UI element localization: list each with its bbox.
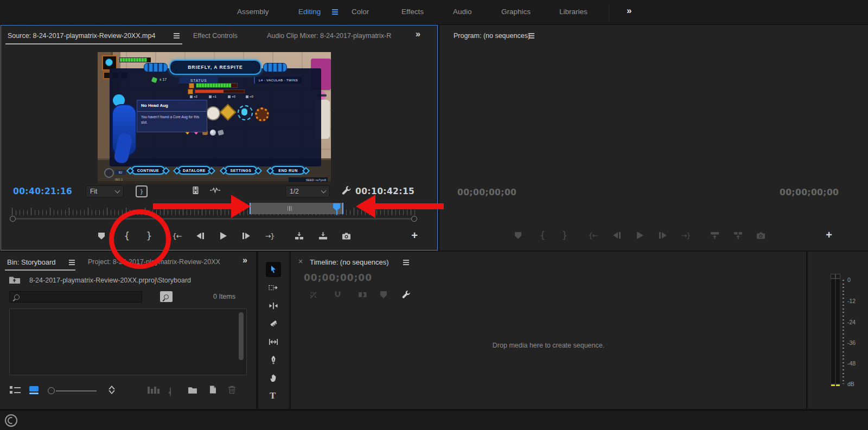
source-duration-timecode: 00:10:42:15	[355, 187, 414, 196]
clear-trash-button[interactable]	[228, 385, 236, 394]
game-hud-portrait-icon	[105, 59, 113, 66]
add-marker-button[interactable]	[93, 229, 110, 243]
program-play-button[interactable]	[631, 228, 649, 242]
tab-source-clip[interactable]: Source: 8-24-2017-playmatrix-Review-20XX…	[8, 32, 155, 40]
workspace-tab-effects[interactable]: Effects	[401, 8, 424, 16]
list-view-button[interactable]	[10, 386, 22, 395]
bin-search-input[interactable]	[9, 291, 142, 303]
game-power-item	[255, 107, 269, 121]
bin-zoom-slider-handle[interactable]	[48, 387, 55, 394]
source-zoom-scrollbar-track[interactable]	[15, 218, 414, 220]
program-go-to-in-button[interactable]: {←	[584, 228, 602, 242]
timeline-add-marker-icon[interactable]	[380, 291, 387, 298]
workspace-menu-icon[interactable]	[332, 11, 338, 12]
range-grip[interactable]	[288, 206, 292, 211]
workspace-tab-graphics[interactable]: Graphics	[501, 8, 531, 16]
program-lift-button[interactable]	[706, 228, 723, 242]
tab-bin-storyboard[interactable]: Bin: Storyboard	[7, 258, 56, 266]
play-button[interactable]	[215, 229, 232, 243]
workspace-tab-editing[interactable]: Editing	[298, 8, 321, 16]
program-extract-button[interactable]	[729, 228, 746, 242]
search-icon	[164, 294, 169, 299]
tab-effect-controls[interactable]: Effect Controls	[193, 32, 238, 40]
program-button-editor-add-button[interactable]: +	[820, 228, 838, 242]
tab-audio-clip-mixer[interactable]: Audio Clip Mixer: 8-24-2017-playmatrix-R	[267, 32, 407, 40]
go-to-out-button[interactable]: →}	[261, 229, 278, 243]
source-playhead[interactable]	[333, 203, 340, 215]
bin-breadcrumb[interactable]: 8-24-2017-playmatrix-Review-20XX.prproj\…	[29, 277, 191, 284]
source-zoom-select[interactable]: Fit	[86, 185, 124, 197]
source-panel-menu-icon[interactable]	[174, 35, 180, 36]
drag-video-only-icon[interactable]	[191, 186, 200, 195]
source-overflow-chevron[interactable]: »	[416, 29, 420, 39]
drag-audio-only-icon[interactable]	[209, 186, 221, 195]
bin-panel-menu-icon[interactable]	[69, 262, 75, 263]
insert-button[interactable]	[290, 229, 308, 243]
source-settings-wrench-icon[interactable]	[341, 185, 352, 196]
automate-to-sequence-button[interactable]	[148, 387, 159, 394]
source-video-viewport[interactable]: BRIEFLY, A RESPITE x 17 STATUS L4 - VACU…	[98, 52, 331, 184]
type-tool-button[interactable]: T	[270, 390, 276, 401]
source-zoom-scrollbar-knob-left[interactable]	[10, 216, 16, 222]
tab-program[interactable]: Program: (no sequences)	[454, 32, 530, 40]
meter-clip-indicator-left[interactable]	[831, 274, 835, 279]
program-mark-out-button[interactable]: }	[556, 228, 573, 242]
meter-clip-indicator-right[interactable]	[835, 274, 840, 279]
creative-cloud-icon[interactable]	[5, 414, 17, 427]
linked-selection-icon[interactable]	[358, 291, 367, 299]
pen-tool-button[interactable]	[270, 355, 277, 364]
nest-sequences-icon[interactable]	[309, 291, 318, 299]
program-panel-menu-icon[interactable]	[528, 35, 534, 36]
program-export-frame-button[interactable]	[752, 228, 769, 242]
program-step-forward-button[interactable]	[654, 228, 672, 242]
step-forward-button[interactable]	[238, 229, 255, 243]
bin-content-list[interactable]	[9, 309, 247, 375]
workspace-overflow-chevron[interactable]: »	[627, 5, 631, 16]
tab-timeline[interactable]: Timeline: (no sequences)	[310, 258, 388, 266]
game-hp-icon	[189, 83, 194, 88]
ripple-edit-tool-button[interactable]	[269, 302, 278, 310]
timeline-panel-menu-icon[interactable]	[403, 262, 409, 263]
tab-project[interactable]: Project: 8-24-2017-playmatrix-Review-20X…	[88, 258, 240, 266]
button-editor-add-button[interactable]: +	[406, 228, 423, 242]
track-select-tool-button[interactable]	[269, 284, 278, 292]
timeline-drop-hint[interactable]: Drop media here to create sequence.	[291, 342, 806, 349]
source-zoom-scrollbar-knob-right[interactable]	[411, 216, 417, 222]
new-bin-button[interactable]	[188, 386, 197, 394]
bin-scrollbar-thumb[interactable]	[239, 312, 244, 360]
selection-tool-button[interactable]	[266, 262, 281, 277]
source-monitor-panel: Source: 8-24-2017-playmatrix-Review-20XX…	[1, 25, 438, 251]
hand-tool-button[interactable]	[269, 373, 278, 382]
bin-overflow-chevron[interactable]: »	[242, 255, 247, 265]
program-step-back-button[interactable]	[608, 228, 626, 242]
export-frame-button[interactable]	[337, 229, 355, 243]
razor-tool-button[interactable]	[269, 319, 278, 328]
source-resolution-select[interactable]: 1/2	[285, 185, 330, 197]
source-position-timecode[interactable]: 00:40:21:16	[13, 187, 72, 196]
timeline-position-timecode[interactable]: 00;00;00;00	[304, 272, 372, 283]
source-in-out-range[interactable]	[250, 203, 343, 214]
workspace-tab-audio[interactable]: Audio	[453, 8, 472, 16]
snap-magnet-icon[interactable]	[334, 291, 342, 299]
timeline-settings-wrench-icon[interactable]	[401, 290, 411, 299]
program-go-to-out-button[interactable]: →}	[677, 228, 694, 242]
source-output-button[interactable]: }	[136, 185, 148, 197]
bin-zoom-slider-track[interactable]	[56, 390, 97, 392]
find-in-bin-button[interactable]	[160, 291, 173, 302]
icon-view-button[interactable]	[29, 386, 39, 394]
program-add-marker-button[interactable]	[509, 228, 527, 242]
find-button[interactable]	[170, 387, 171, 397]
step-back-button[interactable]	[192, 229, 209, 243]
workspace-tab-libraries[interactable]: Libraries	[559, 8, 588, 16]
program-mark-in-button[interactable]: {	[534, 228, 551, 242]
slip-tool-button[interactable]	[269, 338, 278, 346]
overwrite-button[interactable]	[314, 229, 331, 243]
timeline-tab-close-icon[interactable]: ×	[298, 257, 303, 266]
new-item-button[interactable]	[209, 385, 216, 394]
workspace-tab-assembly[interactable]: Assembly	[237, 8, 269, 16]
navigate-up-folder-icon[interactable]	[9, 275, 21, 284]
program-position-timecode[interactable]: 00;00;00;00	[457, 188, 516, 197]
game-power-item	[241, 108, 247, 115]
sort-icons-button[interactable]	[108, 386, 115, 394]
workspace-tab-color[interactable]: Color	[352, 8, 369, 16]
